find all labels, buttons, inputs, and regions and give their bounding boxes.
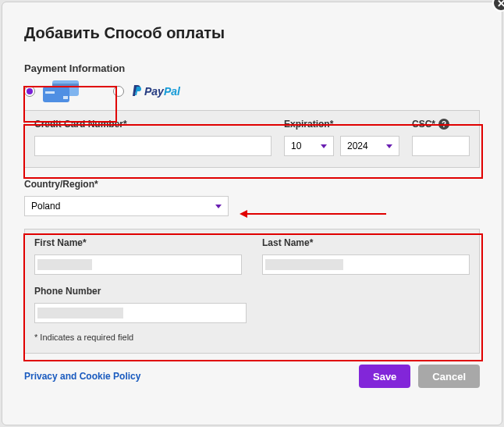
close-button[interactable]: ✕ [492,0,504,12]
modal-footer: Privacy and Cookie Policy Save Cancel [24,365,480,388]
payment-method-row: PayPal [24,80,480,110]
credit-cards-icon [43,80,82,102]
chevron-down-icon [215,205,222,208]
cc-number-label: Credit Card Number* [34,119,272,130]
svg-rect-2 [43,87,69,102]
person-details-panel: First Name* Last Name* Phone Number [24,229,480,354]
radio-selected-icon [27,88,33,94]
help-icon[interactable]: ? [438,119,449,130]
cancel-button[interactable]: Cancel [418,365,480,388]
method-card-option[interactable] [24,80,82,102]
svg-rect-3 [45,91,55,94]
exp-year-select[interactable]: 2024 [340,136,399,156]
redacted-block [37,308,123,318]
close-icon: ✕ [497,0,505,9]
redacted-block [37,259,92,270]
svg-rect-4 [63,96,68,99]
last-name-label: Last Name* [262,237,470,248]
country-label: Country/Region* [24,179,480,190]
chevron-down-icon [386,144,392,148]
radio-card[interactable] [24,86,35,97]
card-details-panel: Credit Card Number* Expiration* 10 2024 [24,110,480,168]
expiration-label: Expiration* [284,119,399,130]
exp-year-value: 2024 [347,141,368,151]
chevron-down-icon [321,144,327,148]
exp-month-value: 10 [291,141,301,151]
add-payment-modal: ✕ Добавить Способ оплаты Payment Informa… [2,2,502,425]
first-name-label: First Name* [34,237,242,248]
redacted-block [265,259,343,270]
csc-input[interactable] [412,136,470,156]
country-value: Poland [31,201,60,212]
paypal-logo: PayPal [132,84,183,99]
modal-title: Добавить Способ оплаты [24,24,480,42]
section-heading: Payment Information [24,62,480,74]
csc-label: CSC* ? [412,119,470,130]
privacy-link[interactable]: Privacy and Cookie Policy [24,371,140,382]
svg-rect-1 [52,84,79,86]
csc-label-text: CSC* [412,119,435,130]
save-button[interactable]: Save [359,365,410,388]
country-select[interactable]: Poland [24,196,229,216]
exp-month-select[interactable]: 10 [284,136,334,156]
required-note: * Indicates a required field [34,333,470,342]
method-paypal-option[interactable]: PayPal [113,84,183,99]
phone-label: Phone Number [34,286,247,297]
svg-text:PayPal: PayPal [144,85,181,98]
radio-paypal[interactable] [113,86,124,97]
cc-number-input[interactable] [34,136,272,156]
